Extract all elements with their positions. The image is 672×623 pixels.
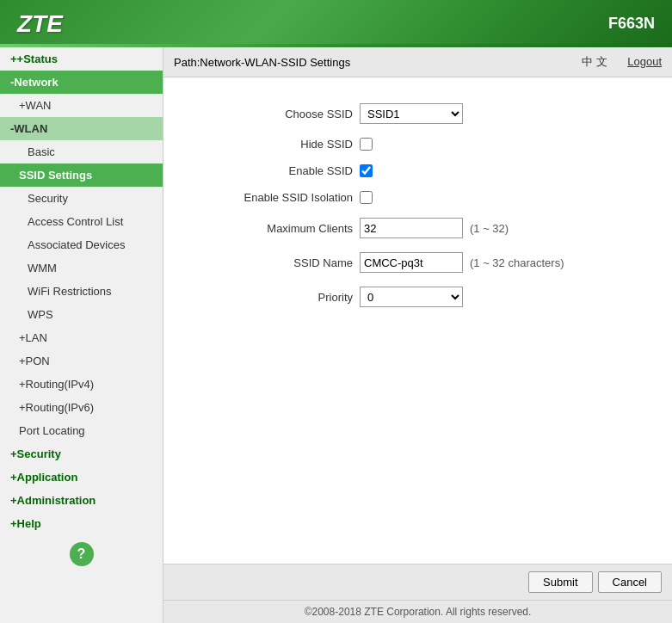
sidebar-item-help[interactable]: +Help [0, 512, 163, 535]
copyright-text: ©2008-2018 ZTE Corporation. All rights r… [305, 606, 532, 618]
copyright-bar: ©2008-2018 ZTE Corporation. All rights r… [163, 600, 672, 623]
help-label: +Help [10, 517, 41, 530]
ssid-settings-label: SSID Settings [19, 169, 92, 182]
main-wrapper: ++Status -Network +WAN -WLAN Basic SSID … [0, 47, 672, 623]
application-label: +Application [10, 471, 77, 484]
sidebar-item-wlan[interactable]: -WLAN [0, 117, 163, 140]
language-toggle[interactable]: 中 文 [582, 55, 607, 68]
sidebar-item-access-control[interactable]: Access Control List [0, 210, 163, 233]
submit-button[interactable]: Submit [528, 571, 592, 593]
lan-label: +LAN [19, 331, 47, 344]
max-clients-hint: (1 ~ 32) [470, 222, 509, 235]
footer: Submit Cancel [163, 564, 672, 600]
administration-label: +Administration [10, 494, 96, 507]
ssid-name-label: SSID Name [198, 256, 353, 269]
enable-ssid-isolation-label: Enable SSID Isolation [198, 191, 353, 204]
ssid-name-hint: (1 ~ 32 characters) [470, 256, 564, 269]
status-prefix: + [10, 52, 17, 65]
pon-label: +PON [19, 355, 50, 367]
associated-devices-label: Associated Devices [28, 238, 125, 251]
access-control-label: Access Control List [28, 215, 123, 228]
max-clients-input[interactable] [360, 218, 463, 238]
priority-select[interactable]: 0 1 2 3 [360, 287, 463, 307]
security-top-label: +Security [10, 447, 61, 460]
sidebar-item-routing-ipv4[interactable]: +Routing(IPv4) [0, 373, 163, 396]
hide-ssid-label: Hide SSID [198, 138, 353, 151]
ssid-name-row: SSID Name (1 ~ 32 characters) [198, 252, 638, 273]
sidebar-item-administration[interactable]: +Administration [0, 489, 163, 512]
sidebar-item-routing-ipv6[interactable]: +Routing(IPv6) [0, 396, 163, 419]
routing-ipv6-label: +Routing(IPv6) [19, 401, 94, 414]
enable-ssid-checkbox[interactable] [360, 164, 373, 177]
enable-ssid-row: Enable SSID [198, 164, 638, 177]
port-locating-label: Port Locating [19, 424, 85, 437]
model-name: F663N [608, 15, 655, 33]
wan-label: +WAN [19, 99, 51, 112]
logout-button[interactable]: Logout [627, 55, 662, 68]
wifi-restrictions-label: WiFi Restrictions [28, 285, 112, 298]
header: ZTE F663N [0, 0, 672, 47]
path-bar: Path:Network-WLAN-SSID Settings 中 文 Logo… [163, 47, 672, 77]
wmm-label: WMM [28, 262, 57, 274]
content-area: Path:Network-WLAN-SSID Settings 中 文 Logo… [163, 47, 672, 623]
enable-ssid-isolation-checkbox[interactable] [360, 191, 373, 204]
wps-label: WPS [28, 308, 53, 321]
choose-ssid-row: Choose SSID SSID1 SSID2 SSID3 SSID4 [198, 103, 638, 124]
max-clients-label: Maximum Clients [198, 222, 353, 235]
wlan-label: -WLAN [10, 122, 47, 135]
sidebar-item-network[interactable]: -Network [0, 71, 163, 94]
choose-ssid-select[interactable]: SSID1 SSID2 SSID3 SSID4 [360, 103, 463, 124]
sidebar-item-wps[interactable]: WPS [0, 303, 163, 326]
sidebar-item-associated-devices[interactable]: Associated Devices [0, 233, 163, 256]
sidebar: ++Status -Network +WAN -WLAN Basic SSID … [0, 47, 163, 623]
enable-ssid-label: Enable SSID [198, 164, 353, 177]
network-label: -Network [10, 76, 59, 89]
ssid-name-input[interactable] [360, 252, 463, 273]
sidebar-item-ssid-settings[interactable]: SSID Settings [0, 163, 163, 187]
sidebar-item-basic[interactable]: Basic [0, 140, 163, 163]
help-circle-button[interactable]: ? [70, 542, 94, 566]
sidebar-item-wan[interactable]: +WAN [0, 94, 163, 117]
sidebar-item-security[interactable]: Security [0, 187, 163, 210]
sidebar-item-application[interactable]: +Application [0, 466, 163, 489]
breadcrumb: Path:Network-WLAN-SSID Settings [174, 56, 350, 69]
security-label: Security [28, 192, 68, 205]
basic-label: Basic [28, 145, 55, 158]
sidebar-item-status[interactable]: ++Status [0, 47, 163, 71]
enable-ssid-isolation-row: Enable SSID Isolation [198, 191, 638, 204]
priority-label: Priority [198, 291, 353, 304]
path-bar-actions: 中 文 Logout [582, 54, 662, 70]
logo: ZTE [17, 10, 63, 38]
max-clients-row: Maximum Clients (1 ~ 32) [198, 218, 638, 238]
hide-ssid-row: Hide SSID [198, 138, 638, 151]
sidebar-item-port-locating[interactable]: Port Locating [0, 419, 163, 442]
sidebar-item-lan[interactable]: +LAN [0, 326, 163, 349]
routing-ipv4-label: +Routing(IPv4) [19, 378, 94, 391]
status-label: +Status [17, 52, 58, 65]
form-area: Choose SSID SSID1 SSID2 SSID3 SSID4 Hide… [163, 77, 672, 564]
sidebar-item-wifi-restrictions[interactable]: WiFi Restrictions [0, 280, 163, 303]
sidebar-item-wmm[interactable]: WMM [0, 256, 163, 280]
hide-ssid-checkbox[interactable] [360, 138, 373, 151]
sidebar-item-pon[interactable]: +PON [0, 349, 163, 373]
choose-ssid-label: Choose SSID [198, 108, 353, 120]
sidebar-item-security-top[interactable]: +Security [0, 442, 163, 466]
priority-row: Priority 0 1 2 3 [198, 287, 638, 307]
cancel-button[interactable]: Cancel [598, 571, 662, 593]
